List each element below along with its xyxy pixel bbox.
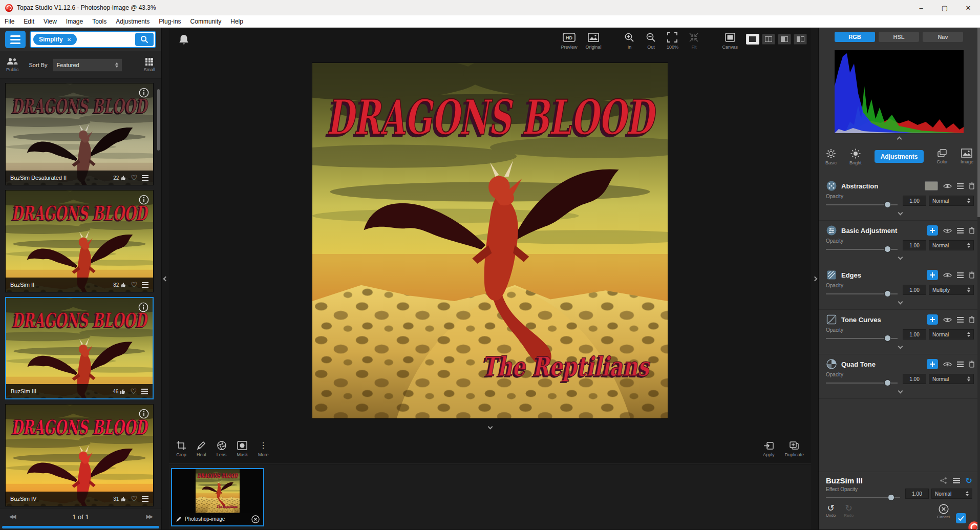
tray-collapse-button[interactable] <box>169 425 811 429</box>
add-preset-button[interactable] <box>927 314 938 325</box>
effect-opacity-value[interactable]: 1.00 <box>905 489 929 499</box>
single-view-button[interactable] <box>746 34 759 45</box>
fit-button[interactable]: Fit <box>687 32 700 50</box>
close-image-icon[interactable] <box>251 515 260 523</box>
expand-layer-button[interactable] <box>826 211 975 215</box>
opacity-value[interactable]: 1.00 <box>903 196 926 206</box>
opacity-slider-handle[interactable] <box>884 379 891 386</box>
opacity-slider-handle[interactable] <box>884 290 891 297</box>
blend-mode-dropdown[interactable]: Normal <box>929 374 974 384</box>
stepper-arrows-icon[interactable] <box>964 243 970 248</box>
zoom-out-button[interactable]: Out <box>644 32 657 50</box>
visibility-eye-icon[interactable] <box>943 183 952 189</box>
menu-view[interactable]: View <box>39 18 61 25</box>
panel-scrollbar[interactable] <box>977 28 980 529</box>
favorite-heart-icon[interactable]: ♡ <box>130 388 137 395</box>
filmstrip-image-card[interactable]: Photoshop-image <box>171 468 264 526</box>
public-filter-button[interactable]: Public <box>6 57 19 72</box>
effect-menu-icon[interactable] <box>953 478 960 483</box>
menu-plugins[interactable]: Plug-ins <box>154 18 185 25</box>
close-button[interactable]: ✕ <box>956 0 980 15</box>
accept-area[interactable] <box>951 509 977 529</box>
opacity-slider[interactable] <box>826 335 901 342</box>
notifications-bell-icon[interactable] <box>178 34 189 48</box>
layer-menu-icon[interactable] <box>957 272 964 278</box>
tab-nav[interactable]: Nav <box>923 32 963 42</box>
search-button[interactable] <box>135 33 154 46</box>
opacity-value[interactable]: 1.00 <box>903 285 926 295</box>
blend-mode-dropdown[interactable]: Normal <box>929 329 974 340</box>
visibility-eye-icon[interactable] <box>943 228 952 234</box>
preset-likes[interactable]: 46 <box>113 389 125 394</box>
basic-tool-button[interactable]: Basic <box>825 149 837 165</box>
thumbnail-size-button[interactable]: Small <box>143 58 155 72</box>
right-panel-collapse[interactable] <box>811 28 818 529</box>
split-view-button[interactable] <box>762 34 775 45</box>
heal-button[interactable]: Heal <box>197 440 206 457</box>
menu-file[interactable]: File <box>0 18 19 25</box>
redo-button[interactable]: ↻ Redo <box>844 504 854 518</box>
adjustments-tab-button[interactable]: Adjustments <box>875 150 924 163</box>
preset-menu-icon[interactable] <box>141 389 148 394</box>
info-icon[interactable] <box>139 88 149 98</box>
mask-button[interactable]: Mask <box>237 440 248 457</box>
preset-card-buzsim-desaturated-2[interactable]: BuzSim Desaturated II 22 ♡ <box>5 83 154 185</box>
favorite-heart-icon[interactable]: ♡ <box>131 281 137 288</box>
share-icon[interactable] <box>940 477 947 484</box>
layer-menu-icon[interactable] <box>957 228 964 234</box>
delete-layer-icon[interactable] <box>969 361 975 368</box>
main-canvas-image[interactable] <box>312 63 668 418</box>
sort-dropdown[interactable]: Featured <box>53 58 122 72</box>
image-tool-button[interactable]: Image <box>961 149 973 164</box>
blend-mode-dropdown[interactable]: Normal <box>929 240 974 250</box>
search-tag[interactable]: Simplify ✕ <box>33 34 77 45</box>
zoom-100-button[interactable]: 100% <box>666 32 679 50</box>
color-tool-button[interactable]: Color <box>936 149 948 164</box>
preset-menu-icon[interactable] <box>142 282 148 288</box>
opacity-slider[interactable] <box>826 379 901 386</box>
preset-likes[interactable]: 82 <box>113 282 126 288</box>
expand-layer-button[interactable] <box>826 300 975 304</box>
more-button[interactable]: ⋮ More <box>258 440 269 457</box>
layer-quad-tone[interactable]: Quad Tone Opacity 1.00 <box>819 354 980 399</box>
undo-button[interactable]: ↺ Undo <box>826 504 836 518</box>
add-preset-button[interactable] <box>927 225 938 236</box>
expand-layer-button[interactable] <box>826 256 975 259</box>
abstraction-color-swatch[interactable] <box>925 181 938 190</box>
preset-card-buzsim-2[interactable]: BuzSim II 82 ♡ <box>5 190 154 292</box>
preset-card-buzsim-3-selected[interactable]: BuzSim III 46 ♡ <box>5 297 154 399</box>
opacity-slider-handle[interactable] <box>884 335 891 342</box>
bright-tool-button[interactable]: Bright <box>849 149 862 165</box>
info-icon[interactable] <box>139 409 149 419</box>
hd-preview-toggle[interactable]: HD Preview <box>561 32 577 50</box>
effect-blend-dropdown[interactable]: Normal <box>931 489 972 499</box>
minimize-button[interactable]: – <box>909 0 933 15</box>
stepper-arrows-icon[interactable] <box>964 332 970 337</box>
original-toggle[interactable]: Original <box>585 32 601 50</box>
remove-tag-icon[interactable]: ✕ <box>67 37 71 43</box>
reset-effect-icon[interactable]: ↻ <box>966 477 972 485</box>
layer-abstraction[interactable]: Abstraction Opacity 1.00 <box>819 176 980 221</box>
menu-adjustments[interactable]: Adjustments <box>111 18 154 25</box>
delete-layer-icon[interactable] <box>969 316 975 323</box>
cancel-button[interactable]: Cancel <box>937 504 950 519</box>
favorite-heart-icon[interactable]: ♡ <box>131 495 137 502</box>
layer-menu-icon[interactable] <box>957 183 964 189</box>
info-icon[interactable] <box>139 195 149 205</box>
expand-layer-button[interactable] <box>826 345 975 348</box>
effect-opacity-slider[interactable] <box>826 494 903 501</box>
panel-scrollbar-thumb[interactable] <box>977 28 980 217</box>
add-preset-button[interactable] <box>927 270 938 280</box>
duplicate-button[interactable]: Duplicate <box>784 440 804 457</box>
delete-layer-icon[interactable] <box>969 182 975 189</box>
opacity-slider-handle[interactable] <box>884 201 891 208</box>
preset-list-scrollbar[interactable] <box>157 89 160 151</box>
canvas-button[interactable]: Canvas <box>722 32 738 50</box>
search-input[interactable]: Simplify ✕ <box>30 31 156 48</box>
blend-mode-dropdown[interactable]: Multiply <box>929 285 974 295</box>
opacity-slider-handle[interactable] <box>884 246 891 252</box>
visibility-eye-icon[interactable] <box>943 272 952 278</box>
accept-button-icon[interactable] <box>956 513 966 523</box>
apply-button[interactable]: Apply <box>763 440 775 457</box>
panel-menu-button[interactable] <box>5 31 26 48</box>
